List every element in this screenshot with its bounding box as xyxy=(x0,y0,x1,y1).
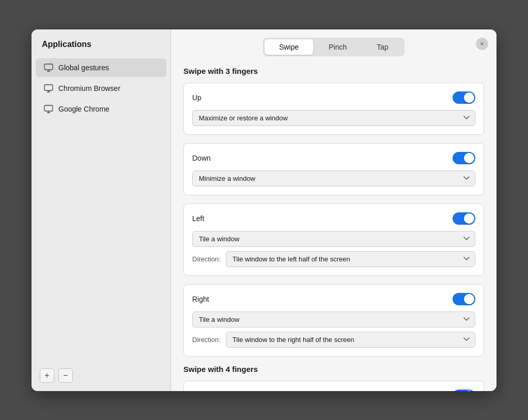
gesture-header-up: Up xyxy=(192,91,475,104)
swipe3-section-title: Swipe with 3 fingers xyxy=(183,67,484,75)
swipe4-section-title: Swipe with 4 fingers xyxy=(183,365,484,374)
sidebar: Applications Global gestures Chromium Br… xyxy=(32,29,171,391)
content-area: Swipe with 3 fingers Up Maximize or rest… xyxy=(171,56,496,391)
gesture-direction-down: Down xyxy=(192,154,211,162)
gesture-card-down: Down Minimize a window xyxy=(183,143,484,195)
gesture-direction-left: Left xyxy=(192,214,204,223)
sidebar-item-label-global-gestures: Global gestures xyxy=(58,64,109,72)
direction-row-right: Direction: Tile window to the right half… xyxy=(192,332,475,348)
gesture-header-left: Left xyxy=(192,212,475,225)
action-select-right[interactable]: Tile a window xyxy=(192,312,475,328)
sidebar-footer: + − xyxy=(32,360,170,391)
toggle-right[interactable] xyxy=(453,293,475,305)
sidebar-item-google-chrome[interactable]: Google Chrome xyxy=(36,100,166,118)
toggle-up[interactable] xyxy=(453,91,475,104)
monitor-icon xyxy=(44,63,53,72)
action-select-left[interactable]: Tile a window xyxy=(192,231,475,247)
sidebar-title: Applications xyxy=(32,29,170,57)
gesture-card-left: Left Tile a window Direction: Tile windo… xyxy=(183,204,484,276)
action-select-up[interactable]: Maximize or restore a window xyxy=(192,110,475,126)
tab-pinch[interactable]: Pinch xyxy=(314,39,361,55)
toggle-down[interactable] xyxy=(453,152,475,164)
gesture-card-up: Up Maximize or restore a window xyxy=(183,83,484,135)
direction-row-left: Direction: Tile window to the left half … xyxy=(192,251,475,267)
toggle-left[interactable] xyxy=(453,212,475,225)
action-select-down[interactable]: Minimize a window xyxy=(192,170,475,186)
tabs-bar: Swipe Pinch Tap xyxy=(171,29,496,56)
svg-rect-0 xyxy=(44,64,53,70)
add-button[interactable]: + xyxy=(40,368,54,383)
gesture-header-4-up: Up xyxy=(192,390,475,391)
direction-select-right[interactable]: Tile window to the right half of the scr… xyxy=(226,332,475,348)
tab-swipe[interactable]: Swipe xyxy=(265,39,313,55)
tab-group: Swipe Pinch Tap xyxy=(263,38,405,56)
monitor-icon-3 xyxy=(44,104,53,114)
gesture-direction-right: Right xyxy=(192,295,209,303)
gesture-card-4-up: Up xyxy=(183,381,484,391)
main-window: × Applications Global gestures Chromium … xyxy=(32,29,496,391)
direction-label-left: Direction: xyxy=(192,255,221,263)
toggle-4-up[interactable] xyxy=(453,390,475,391)
remove-button[interactable]: − xyxy=(58,368,73,383)
sidebar-item-global-gestures[interactable]: Global gestures xyxy=(36,58,166,77)
svg-rect-3 xyxy=(44,85,53,90)
direction-select-left[interactable]: Tile window to the left half of the scre… xyxy=(226,251,475,267)
direction-label-right: Direction: xyxy=(192,336,221,344)
gesture-direction-up: Up xyxy=(192,94,201,102)
sidebar-item-label-google-chrome: Google Chrome xyxy=(58,105,110,113)
close-button[interactable]: × xyxy=(476,38,488,50)
gesture-header-down: Down xyxy=(192,152,475,164)
monitor-icon-2 xyxy=(44,84,53,93)
sidebar-item-label-chromium-browser: Chromium Browser xyxy=(58,84,120,92)
svg-rect-6 xyxy=(44,105,53,111)
sidebar-item-chromium-browser[interactable]: Chromium Browser xyxy=(36,79,166,98)
gesture-header-right: Right xyxy=(192,293,475,305)
gesture-card-right: Right Tile a window Direction: Tile wind… xyxy=(183,284,484,356)
main-content: Swipe Pinch Tap Swipe with 3 fingers Up … xyxy=(171,29,496,391)
tab-tap[interactable]: Tap xyxy=(362,39,403,55)
